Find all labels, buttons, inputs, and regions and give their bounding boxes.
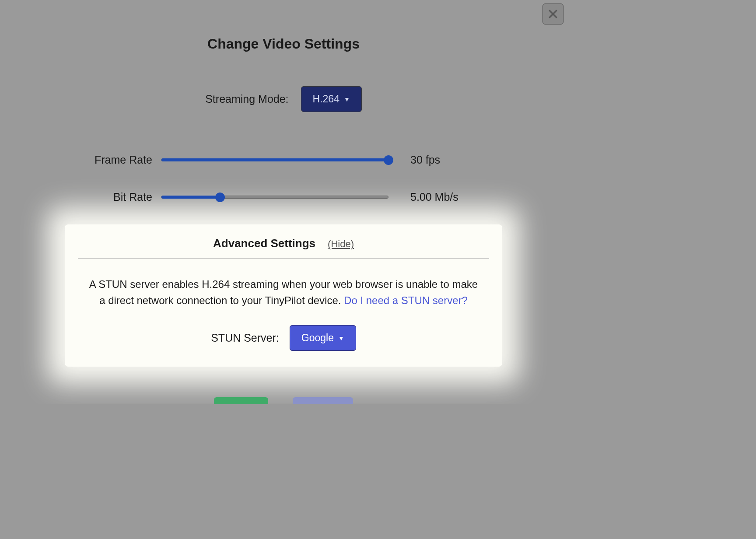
streaming-mode-label: Streaming Mode: (205, 93, 288, 105)
chevron-down-icon: ▼ (344, 96, 350, 103)
button-row: Apply Cancel (0, 397, 567, 404)
frame-rate-row: Frame Rate 30 fps (74, 154, 494, 166)
slider-fill (161, 196, 220, 199)
slider-thumb[interactable] (384, 155, 393, 165)
stun-server-value: Google (301, 332, 334, 344)
frame-rate-slider[interactable] (161, 156, 388, 164)
close-button[interactable] (542, 4, 564, 24)
streaming-mode-value: H.264 (313, 93, 340, 105)
advanced-header: Advanced Settings (Hide) (78, 237, 489, 259)
streaming-mode-row: Streaming Mode: H.264 ▼ (0, 86, 567, 112)
slider-track (161, 158, 388, 161)
hide-advanced-link[interactable]: (Hide) (328, 238, 354, 250)
cancel-button[interactable]: Cancel (293, 397, 354, 404)
close-icon (547, 8, 559, 20)
stun-server-select[interactable]: Google ▼ (290, 325, 356, 351)
bit-rate-label: Bit Rate (74, 191, 152, 203)
dialog-title: Change Video Settings (0, 36, 567, 52)
bit-rate-value: 5.00 Mb/s (397, 191, 494, 203)
advanced-description: A STUN server enables H.264 streaming wh… (78, 276, 489, 308)
streaming-mode-select[interactable]: H.264 ▼ (301, 86, 362, 112)
slider-fill (161, 158, 388, 161)
advanced-settings-title: Advanced Settings (213, 237, 315, 250)
chevron-down-icon: ▼ (338, 335, 344, 342)
frame-rate-label: Frame Rate (74, 154, 152, 166)
frame-rate-value: 30 fps (397, 154, 494, 166)
bit-rate-slider[interactable] (161, 193, 388, 202)
stun-help-link[interactable]: Do I need a STUN server? (344, 294, 468, 306)
sliders-section: Frame Rate 30 fps Bit Rate 5.00 Mb/s (0, 154, 567, 203)
bit-rate-row: Bit Rate 5.00 Mb/s (74, 191, 494, 203)
stun-server-label: STUN Server: (211, 332, 279, 344)
advanced-settings-panel: Advanced Settings (Hide) A STUN server e… (65, 224, 502, 367)
slider-thumb[interactable] (215, 192, 225, 202)
slider-track (161, 196, 388, 199)
stun-server-row: STUN Server: Google ▼ (78, 325, 489, 351)
apply-button[interactable]: Apply (214, 397, 268, 404)
